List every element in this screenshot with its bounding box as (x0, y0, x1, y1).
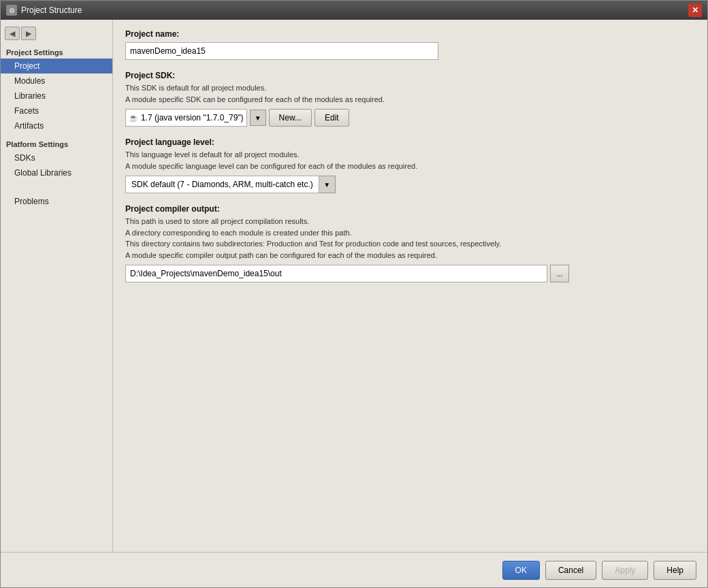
language-section: Project language level: This language le… (125, 137, 695, 193)
sidebar-item-libraries[interactable]: Libraries (1, 88, 112, 103)
sdk-section: Project SDK: This SDK is default for all… (125, 71, 695, 127)
platform-settings-label: Platform Settings (1, 137, 112, 150)
apply-button[interactable]: Apply (602, 561, 648, 580)
nav-forward-button[interactable]: ▶ (21, 27, 36, 40)
language-level-row: SDK default (7 - Diamonds, ARM, multi-ca… (125, 176, 695, 193)
help-button[interactable]: Help (654, 561, 696, 580)
ok-button[interactable]: OK (502, 561, 540, 580)
cancel-button[interactable]: Cancel (545, 561, 596, 580)
sidebar-item-artifacts[interactable]: Artifacts (1, 118, 112, 133)
sidebar-item-modules[interactable]: Modules (1, 74, 112, 88)
language-title: Project language level: (125, 137, 695, 147)
compiler-desc: This path is used to store all project c… (125, 216, 695, 261)
project-settings-label: Project Settings (1, 46, 112, 59)
language-dropdown-button[interactable]: ▼ (319, 176, 336, 193)
title-bar: ⚙ Project Structure ✕ (1, 1, 707, 20)
sdk-select-box[interactable]: ☕ 1.7 (java version "1.7.0_79") (125, 109, 247, 127)
sdk-row: ☕ 1.7 (java version "1.7.0_79") ▼ New...… (125, 109, 695, 127)
sidebar: ◀ ▶ Project Settings Project Modules Lib… (1, 20, 113, 552)
compiler-browse-button[interactable]: ... (550, 265, 569, 282)
sdk-edit-button[interactable]: Edit (315, 109, 349, 127)
compiler-output-input[interactable] (125, 265, 547, 282)
sidebar-item-problems[interactable]: Problems (1, 194, 112, 209)
content-area: ◀ ▶ Project Settings Project Modules Lib… (1, 20, 707, 552)
close-button[interactable]: ✕ (688, 3, 702, 17)
compiler-section: Project compiler output: This path is us… (125, 204, 695, 282)
sdk-dropdown-button[interactable]: ▼ (250, 110, 266, 126)
footer-bar: OK Cancel Apply Help (1, 552, 707, 587)
main-panel: Project name: Project SDK: This SDK is d… (113, 20, 707, 552)
window-title: Project Structure (21, 5, 684, 15)
sdk-new-button[interactable]: New... (269, 109, 312, 127)
compiler-output-row: ... (125, 265, 695, 282)
project-name-label: Project name: (125, 29, 695, 39)
compiler-title: Project compiler output: (125, 204, 695, 214)
sdk-desc1: This SDK is default for all project modu… (125, 82, 695, 105)
main-window: ⚙ Project Structure ✕ ◀ ▶ Project Settin… (0, 0, 708, 588)
sidebar-item-project[interactable]: Project (1, 59, 112, 74)
language-value: SDK default (7 - Diamonds, ARM, multi-ca… (131, 180, 313, 189)
sidebar-nav: ◀ ▶ (1, 24, 112, 46)
language-select-box[interactable]: SDK default (7 - Diamonds, ARM, multi-ca… (125, 176, 319, 193)
java-icon: ☕ (129, 114, 138, 122)
language-desc: This language level is default for all p… (125, 149, 695, 172)
window-icon: ⚙ (6, 5, 17, 16)
sidebar-item-facets[interactable]: Facets (1, 103, 112, 118)
sdk-value: 1.7 (java version "1.7.0_79") (141, 113, 244, 122)
sdk-title: Project SDK: (125, 71, 695, 80)
sidebar-item-global-libraries[interactable]: Global Libraries (1, 165, 112, 180)
project-name-input[interactable] (125, 42, 438, 60)
nav-back-button[interactable]: ◀ (5, 27, 20, 40)
project-name-section: Project name: (125, 29, 695, 60)
sidebar-item-sdks[interactable]: SDKs (1, 150, 112, 165)
